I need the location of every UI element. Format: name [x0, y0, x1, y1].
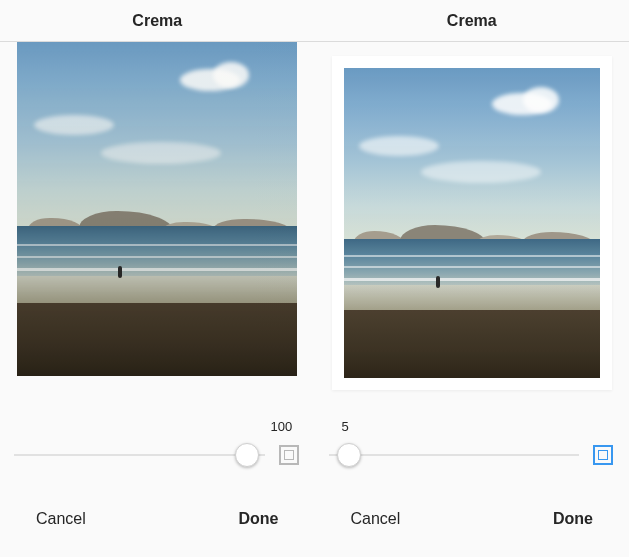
slider-thumb[interactable]	[235, 443, 259, 467]
frame-icon	[279, 445, 299, 465]
beach-scene	[17, 42, 297, 376]
slider-thumb[interactable]	[337, 443, 361, 467]
frame-toggle[interactable]	[277, 443, 301, 467]
slider-value-label: 100	[270, 419, 292, 441]
beach-scene	[344, 68, 600, 378]
frame-toggle[interactable]	[591, 443, 615, 467]
preview-area	[0, 42, 315, 419]
intensity-slider-row: 100	[0, 419, 315, 491]
filter-panel-left: Crema 100	[0, 0, 315, 557]
preview-image	[17, 42, 297, 376]
dual-filter-compare: Crema 100	[0, 0, 629, 557]
action-row: Cancel Done	[315, 491, 630, 557]
filter-title: Crema	[0, 0, 315, 42]
cancel-button[interactable]: Cancel	[351, 510, 401, 528]
action-row: Cancel Done	[0, 491, 315, 557]
cancel-button[interactable]: Cancel	[36, 510, 86, 528]
slider-controls	[14, 441, 301, 469]
done-button[interactable]: Done	[553, 510, 593, 528]
intensity-slider[interactable]	[329, 441, 580, 469]
done-button[interactable]: Done	[239, 510, 279, 528]
filter-title: Crema	[315, 0, 630, 42]
slider-controls	[329, 441, 616, 469]
slider-value-label: 5	[341, 419, 348, 441]
preview-area	[315, 42, 630, 419]
intensity-slider[interactable]	[14, 441, 265, 469]
frame-icon	[593, 445, 613, 465]
filter-panel-right: Crema 5	[315, 0, 630, 557]
preview-image-framed	[332, 56, 612, 390]
intensity-slider-row: 5	[315, 419, 630, 491]
